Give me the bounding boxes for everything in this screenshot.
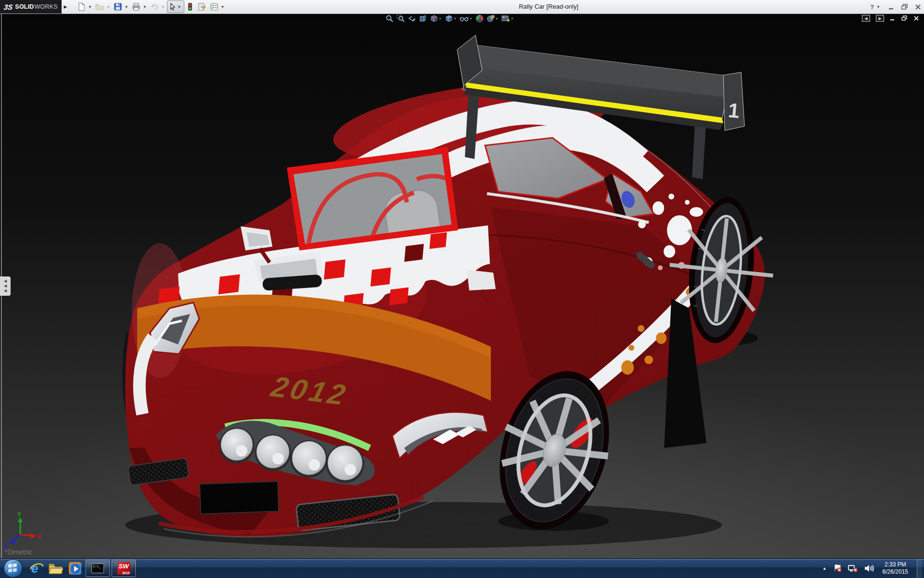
save-dropdown[interactable]: ▼ [125,5,128,9]
feature-manager-collapsed-tab[interactable]: ◀ ◀ ◀ [0,276,11,296]
taskbar-item-command-prompt[interactable]: C:\_ [86,560,110,577]
select-button[interactable]: ▼ [167,0,184,13]
options-dropdown[interactable]: ▼ [221,5,225,9]
section-view-icon [419,14,427,23]
license-plate [200,481,279,514]
wing-endplate-right: 1 [723,72,744,131]
triad-x-label: X [38,534,41,540]
options-checklist-icon [210,2,218,11]
close-button[interactable] [915,4,921,10]
doc-restore-button[interactable] [901,15,908,21]
window-title: Rally Car [Read-only] [486,0,611,13]
taskbar-item-windows-explorer[interactable] [46,559,65,578]
display-style-icon [445,14,453,23]
print-dropdown[interactable]: ▼ [143,5,147,9]
previous-view-icon [408,14,416,23]
rebuild-button[interactable] [185,0,195,13]
internet-explorer-icon: e [29,561,44,576]
file-properties-button[interactable] [196,0,207,13]
select-cursor-icon [168,2,177,11]
view-settings-button[interactable]: ▼ [501,14,514,23]
solidworks-logo: 3S SOLID WORKS [0,0,62,13]
solidworks-2015-icon: SW 2015 [117,562,130,575]
show-hidden-icons-button[interactable]: ▲ [822,566,827,571]
edit-appearance-button[interactable] [475,14,484,23]
dassault-3ds-icon: 3S [3,3,13,11]
folder-icon [48,562,64,575]
undo-icon [150,2,159,11]
minimize-button[interactable] [888,4,895,10]
menu-flyout-button[interactable]: ▶ [63,1,68,12]
pane-left-icon[interactable]: ◀ [862,15,870,22]
clock-date: 6/26/2015 [883,568,908,576]
open-folder-icon [95,2,104,11]
collapse-arrow-icon: ◀ [4,279,7,284]
open-button[interactable] [94,0,105,13]
action-center-icon[interactable] [833,564,842,573]
rebuild-traffic-light-icon [187,2,193,11]
previous-view-button[interactable] [407,14,416,23]
select-dropdown[interactable]: ▼ [178,5,181,9]
wing-number: 1 [727,99,740,122]
hide-show-items-button[interactable]: ▼ [459,14,473,23]
zoom-to-fit-button[interactable] [385,14,394,23]
print-icon [132,2,141,11]
display-style-button[interactable]: ▼ [444,14,457,23]
section-view-button[interactable] [418,14,427,23]
media-player-icon [68,561,82,576]
view-orientation-label: *Dimetric [5,548,32,556]
doc-minimize-button[interactable] [890,15,896,21]
doc-close-button[interactable] [913,15,919,21]
new-document-icon [77,2,86,11]
collapse-arrow-icon: ◀ [4,289,7,293]
triad-y-label: Y [17,511,21,518]
document-window-controls: ◀ ▶ [862,15,919,22]
zoom-to-fit-icon [385,14,394,23]
show-desktop-button[interactable] [917,559,922,578]
apply-scene-icon [487,14,495,23]
undo-dropdown[interactable]: ▼ [161,5,165,9]
view-orientation-button[interactable]: ▼ [429,14,442,23]
taskbar-clock[interactable]: 2:33 PM 6/26/2015 [883,561,908,576]
help-button[interactable]: ? [870,3,874,11]
print-button[interactable] [130,0,142,13]
clock-time: 2:33 PM [883,561,908,568]
view-settings-dropdown[interactable]: ▼ [511,17,514,20]
view-settings-icon [501,14,510,23]
apply-scene-button[interactable]: ▼ [486,14,499,23]
zoom-to-area-button[interactable] [396,14,405,23]
svg-text:e: e [31,561,38,576]
appearance-ball-icon [475,14,484,23]
command-prompt-icon: C:\_ [91,564,104,573]
eyeglasses-icon [460,14,469,23]
help-dropdown[interactable]: ▼ [876,5,880,9]
windows-taskbar: e C:\_ SW 2015 ▲ [0,558,924,578]
viewport-canvas[interactable]: 2012 [0,0,924,578]
start-button[interactable] [4,559,22,578]
taskbar-item-windows-media-player[interactable] [65,559,85,578]
options-button[interactable] [208,0,220,13]
new-dropdown[interactable]: ▼ [88,5,92,9]
system-tray: ▲ 2:33 PM 6/26/2015 [822,559,924,578]
hide-show-items-dropdown[interactable]: ▼ [469,17,473,20]
save-button[interactable] [112,0,124,13]
heads-up-view-toolbar: ▼ ▼ ▼ ▼ ▼ [385,14,514,23]
zoom-to-area-icon [397,14,405,23]
collapse-arrow-icon: ◀ [4,284,7,289]
taskbar-item-solidworks-2015[interactable]: SW 2015 [112,560,136,577]
new-button[interactable] [76,0,87,13]
save-floppy-icon [114,2,122,11]
title-bar: 3S SOLID WORKS ▶ ▼ ▼ ▼ ▼ ▼ ▼ [0,0,924,14]
network-disconnected-icon[interactable] [848,564,859,573]
pane-right-icon[interactable]: ▶ [876,15,884,22]
volume-icon[interactable] [864,564,874,573]
view-orientation-icon [430,14,438,23]
apply-scene-dropdown[interactable]: ▼ [495,17,499,20]
open-dropdown[interactable]: ▼ [106,5,110,9]
undo-button[interactable] [149,0,160,13]
display-style-dropdown[interactable]: ▼ [453,17,457,20]
view-orientation-dropdown[interactable]: ▼ [438,17,442,20]
file-properties-icon [197,2,206,11]
taskbar-item-internet-explorer[interactable]: e [27,559,46,578]
restore-button[interactable] [901,4,908,10]
